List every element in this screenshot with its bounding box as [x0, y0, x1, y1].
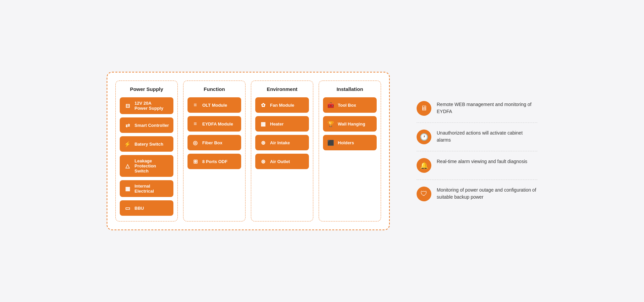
features-list: 🖥Remote WEB management and monitoring of…	[417, 94, 537, 208]
item-icon: ✿	[259, 101, 267, 109]
item-icon: ⊛	[259, 138, 267, 147]
item-icon: ◎	[191, 138, 200, 147]
item-label: Leakage Protection Switch	[135, 158, 170, 173]
category-installation: Installation🧰Tool Box🏆Wall Hanging⬛Holde…	[319, 81, 381, 221]
feature-icon-power-outage: 🛡	[417, 187, 431, 201]
category-environment: Environment✿Fan Module▦Heater⊛Air Intake…	[251, 81, 313, 221]
item-label: BBU	[135, 206, 144, 211]
feature-text-realtime-alarm: Real-time alarm viewing and fault diagno…	[437, 158, 527, 165]
item-icon: ⊟	[123, 101, 132, 110]
category-title-environment: Environment	[267, 86, 298, 92]
item-label: Batery Switch	[135, 142, 163, 147]
categories-container: Power Supply⊟12V 20A Power Supply⇄Smart …	[107, 72, 390, 230]
item-label: Internal Electrical	[135, 184, 170, 194]
item-label: Fan Module	[270, 103, 294, 108]
item-icon: ≡	[191, 101, 200, 109]
item-btn-air-intake[interactable]: ⊛Air Intake	[255, 135, 309, 150]
item-label: Heater	[270, 121, 283, 127]
item-btn-heater[interactable]: ▦Heater	[255, 116, 309, 132]
item-icon: ⊛	[259, 157, 267, 166]
feature-text-remote-web: Remote WEB management and monitoring of …	[437, 101, 537, 115]
item-btn-olt-module[interactable]: ≡OLT Module	[187, 97, 241, 113]
item-icon: ▦	[259, 119, 267, 128]
item-icon: ⚡	[123, 140, 132, 148]
item-btn-batery-switch[interactable]: ⚡Batery Switch	[120, 136, 173, 152]
item-label: Smart Controller	[135, 123, 169, 128]
category-title-installation: Installation	[336, 86, 363, 92]
feature-icon-realtime-alarm: 🔔	[417, 158, 431, 173]
item-label: 8 Ports ODF	[202, 159, 227, 164]
item-label: Holders	[338, 140, 354, 145]
item-btn-12v-20a-power-supply[interactable]: ⊟12V 20A Power Supply	[120, 97, 173, 114]
feature-item-power-outage: 🛡Monitoring of power outage and configur…	[417, 180, 537, 208]
feature-item-remote-web: 🖥Remote WEB management and monitoring of…	[417, 94, 537, 123]
category-title-function: Function	[204, 86, 225, 92]
item-icon: ▭	[123, 204, 132, 212]
item-icon: ⬛	[326, 138, 335, 147]
item-label: Air Intake	[270, 140, 290, 145]
item-btn-holders[interactable]: ⬛Holders	[323, 135, 377, 150]
main-container: Power Supply⊟12V 20A Power Supply⇄Smart …	[93, 58, 551, 244]
feature-item-unauthorized: 🕐Unauthorized actions will activate cabi…	[417, 123, 537, 151]
item-btn-internal-electrical[interactable]: ▦Internal Electrical	[120, 180, 173, 197]
item-icon: ▦	[123, 184, 132, 193]
item-btn-tool-box[interactable]: 🧰Tool Box	[323, 97, 377, 113]
feature-icon-remote-web: 🖥	[417, 101, 431, 116]
item-btn-bbu[interactable]: ▭BBU	[120, 200, 173, 216]
item-icon: △	[123, 162, 132, 170]
feature-icon-unauthorized: 🕐	[417, 130, 431, 144]
item-label: Tool Box	[338, 103, 356, 108]
item-btn-8-ports-odf[interactable]: ⊞8 Ports ODF	[187, 154, 241, 169]
item-icon: ≡	[191, 119, 200, 128]
item-icon: ⊞	[191, 157, 200, 166]
item-btn-fan-module[interactable]: ✿Fan Module	[255, 97, 309, 113]
item-label: 12V 20A Power Supply	[135, 101, 163, 111]
feature-text-unauthorized: Unauthorized actions will activate cabin…	[437, 130, 537, 144]
feature-item-realtime-alarm: 🔔Real-time alarm viewing and fault diagn…	[417, 151, 537, 180]
item-btn-eydfa-module[interactable]: ≡EYDFA Module	[187, 116, 241, 132]
item-btn-wall-hanging[interactable]: 🏆Wall Hanging	[323, 116, 377, 132]
item-btn-fiber-box[interactable]: ◎Fiber Box	[187, 135, 241, 150]
item-label: Fiber Box	[202, 140, 222, 145]
category-function: Function≡OLT Module≡EYDFA Module◎Fiber B…	[183, 81, 246, 221]
item-label: EYDFA Module	[202, 121, 233, 127]
item-btn-smart-controller[interactable]: ⇄Smart Controller	[120, 117, 173, 133]
item-label: OLT Module	[202, 103, 227, 108]
item-icon: ⇄	[123, 121, 132, 130]
feature-text-power-outage: Monitoring of power outage and configura…	[437, 187, 537, 201]
category-title-power-supply: Power Supply	[130, 86, 163, 92]
category-power-supply: Power Supply⊟12V 20A Power Supply⇄Smart …	[115, 81, 178, 221]
item-icon: 🧰	[326, 101, 335, 109]
item-btn-air-outlet[interactable]: ⊛Air Outlet	[255, 154, 309, 169]
item-label: Wall Hanging	[338, 121, 365, 127]
item-icon: 🏆	[326, 119, 335, 128]
item-btn-leakage-protection-switch[interactable]: △Leakage Protection Switch	[120, 155, 173, 177]
item-label: Air Outlet	[270, 159, 290, 164]
